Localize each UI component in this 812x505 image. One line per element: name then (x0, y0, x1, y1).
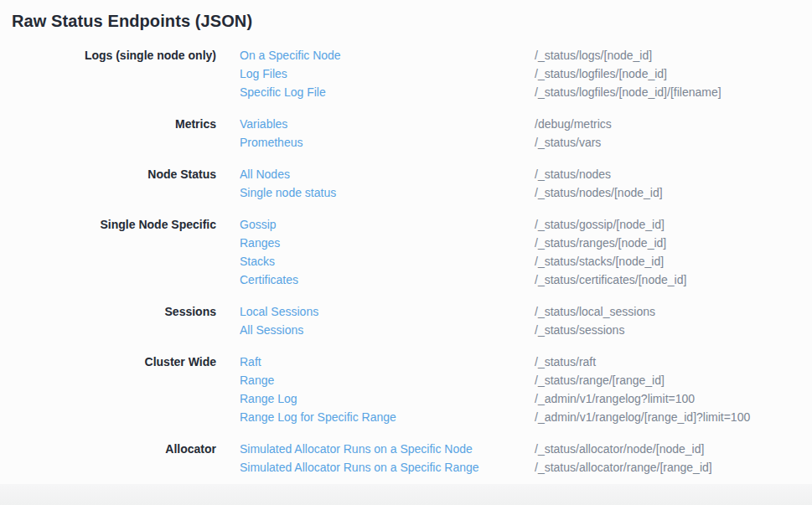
endpoint-link[interactable]: Range (240, 371, 535, 389)
endpoint-path: /_status/range/[range_id] (535, 371, 665, 389)
endpoint-link[interactable]: Prometheus (240, 133, 535, 152)
endpoint-section: Single Node Specific Gossip /_status/gos… (0, 215, 812, 289)
endpoint-path: /_status/nodes/[node_id] (535, 183, 663, 202)
endpoint-path: /_status/raft (535, 353, 596, 371)
endpoint-section: Allocator Simulated Allocator Runs on a … (0, 440, 812, 477)
endpoint-row: Specific Log File /_status/logfiles/[nod… (240, 83, 812, 101)
section-rows: Simulated Allocator Runs on a Specific N… (240, 440, 812, 477)
endpoint-row: Prometheus /_status/vars (240, 133, 812, 152)
endpoint-path: /_status/sessions (535, 321, 624, 339)
endpoint-row: Certificates /_status/certificates/[node… (240, 271, 812, 289)
section-category-label: Metrics (0, 115, 216, 133)
endpoint-row: All Sessions /_status/sessions (240, 321, 812, 339)
endpoint-path: /_status/allocator/node/[node_id] (535, 440, 704, 458)
section-rows: Raft /_status/raft Range /_status/range/… (240, 353, 812, 426)
endpoint-row: Variables /debug/metrics (240, 115, 812, 133)
endpoint-row: Single node status /_status/nodes/[node_… (240, 183, 812, 202)
endpoint-path: /_status/certificates/[node_id] (535, 271, 686, 289)
endpoint-path: /_admin/v1/rangelog/[range_id]?limit=100 (535, 408, 750, 426)
endpoint-path: /_status/nodes (535, 165, 611, 183)
endpoint-link[interactable]: Simulated Allocator Runs on a Specific R… (240, 458, 535, 477)
section-category-label: Logs (single node only) (0, 46, 216, 64)
endpoint-path: /_status/logfiles/[node_id] (535, 64, 667, 83)
section-category-label: Allocator (0, 440, 216, 458)
endpoint-link[interactable]: Log Files (240, 64, 535, 83)
endpoint-link[interactable]: Single node status (240, 183, 535, 202)
endpoint-link[interactable]: Gossip (240, 215, 535, 234)
endpoint-link[interactable]: Specific Log File (240, 83, 535, 101)
endpoint-link[interactable]: Stacks (240, 252, 535, 271)
endpoint-row: Ranges /_status/ranges/[node_id] (240, 234, 812, 252)
endpoint-row: All Nodes /_status/nodes (240, 165, 812, 183)
endpoint-link[interactable]: On a Specific Node (240, 46, 535, 64)
endpoint-path: /_status/logs/[node_id] (535, 46, 652, 64)
section-rows: Local Sessions /_status/local_sessions A… (240, 302, 812, 339)
endpoint-row: Log Files /_status/logfiles/[node_id] (240, 64, 812, 83)
section-rows: On a Specific Node /_status/logs/[node_i… (240, 46, 812, 101)
endpoint-link[interactable]: Local Sessions (240, 302, 535, 321)
endpoint-path: /debug/metrics (535, 115, 612, 133)
endpoint-row: Range /_status/range/[range_id] (240, 371, 812, 389)
endpoint-path: /_status/logfiles/[node_id]/[filename] (535, 83, 721, 101)
endpoint-row: Range Log /_admin/v1/rangelog?limit=100 (240, 389, 812, 408)
endpoint-path: /_admin/v1/rangelog?limit=100 (535, 389, 695, 408)
page-title: Raw Status Endpoints (JSON) (12, 9, 812, 33)
endpoint-link[interactable]: Certificates (240, 271, 535, 289)
section-category-label: Cluster Wide (0, 353, 216, 371)
endpoint-row: Local Sessions /_status/local_sessions (240, 302, 812, 321)
endpoint-row: Stacks /_status/stacks/[node_id] (240, 252, 812, 271)
section-rows: Variables /debug/metrics Prometheus /_st… (240, 115, 812, 152)
section-rows: All Nodes /_status/nodes Single node sta… (240, 165, 812, 202)
endpoint-section: Node Status All Nodes /_status/nodes Sin… (0, 165, 812, 202)
endpoint-path: /_status/allocator/range/[range_id] (535, 458, 712, 477)
endpoint-row: On a Specific Node /_status/logs/[node_i… (240, 46, 812, 64)
endpoint-path: /_status/gossip/[node_id] (535, 215, 665, 234)
section-rows: Gossip /_status/gossip/[node_id] Ranges … (240, 215, 812, 289)
endpoint-link[interactable]: All Nodes (240, 165, 535, 183)
endpoint-link[interactable]: Range Log (240, 389, 535, 408)
endpoint-row: Range Log for Specific Range /_admin/v1/… (240, 408, 812, 426)
endpoint-row: Simulated Allocator Runs on a Specific R… (240, 458, 812, 477)
endpoint-link[interactable]: All Sessions (240, 321, 535, 339)
endpoint-link[interactable]: Variables (240, 115, 535, 133)
section-category-label: Sessions (0, 302, 216, 321)
endpoint-section: Cluster Wide Raft /_status/raft Range /_… (0, 353, 812, 426)
endpoint-row: Simulated Allocator Runs on a Specific N… (240, 440, 812, 458)
footer-strip (0, 484, 812, 505)
endpoint-link[interactable]: Ranges (240, 234, 535, 252)
endpoints-table: Logs (single node only) On a Specific No… (0, 46, 812, 477)
section-category-label: Node Status (0, 165, 216, 183)
endpoint-row: Raft /_status/raft (240, 353, 812, 371)
endpoint-section: Sessions Local Sessions /_status/local_s… (0, 302, 812, 339)
section-category-label: Single Node Specific (0, 215, 216, 234)
endpoint-path: /_status/ranges/[node_id] (535, 234, 666, 252)
endpoint-path: /_status/local_sessions (535, 302, 655, 321)
endpoint-section: Logs (single node only) On a Specific No… (0, 46, 812, 101)
endpoint-link[interactable]: Range Log for Specific Range (240, 408, 535, 426)
endpoint-path: /_status/vars (535, 133, 601, 152)
endpoint-path: /_status/stacks/[node_id] (535, 252, 664, 271)
endpoint-link[interactable]: Simulated Allocator Runs on a Specific N… (240, 440, 535, 458)
endpoint-row: Gossip /_status/gossip/[node_id] (240, 215, 812, 234)
endpoint-link[interactable]: Raft (240, 353, 535, 371)
endpoint-section: Metrics Variables /debug/metrics Prometh… (0, 115, 812, 152)
